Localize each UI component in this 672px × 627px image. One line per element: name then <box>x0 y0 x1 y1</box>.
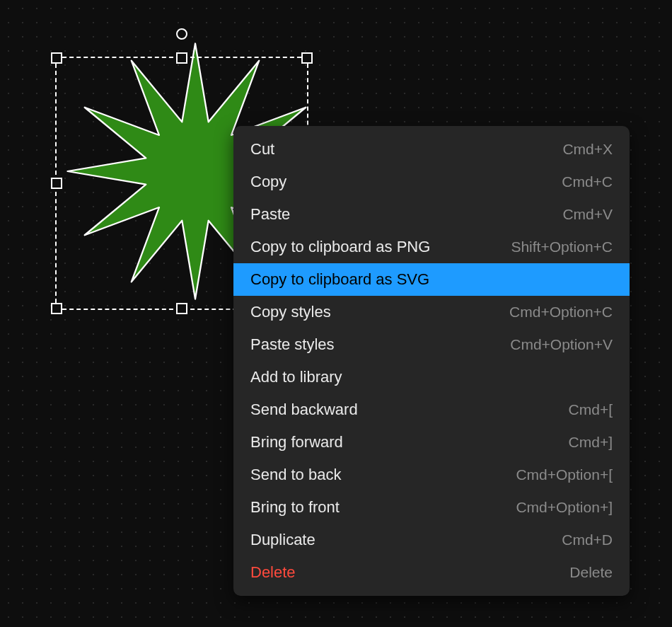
menu-item-label: Send to back <box>250 466 341 484</box>
menu-item-shortcut: Cmd+Option+] <box>516 499 613 516</box>
menu-item-label: Bring to front <box>250 498 340 517</box>
menu-item-shortcut: Cmd+D <box>562 531 613 548</box>
menu-item-duplicate[interactable]: DuplicateCmd+D <box>233 524 630 556</box>
menu-item-send-to-back[interactable]: Send to backCmd+Option+[ <box>233 459 630 491</box>
menu-item-shortcut: Cmd+Option+V <box>510 336 613 353</box>
context-menu: CutCmd+XCopyCmd+CPasteCmd+VCopy to clipb… <box>233 126 630 596</box>
menu-item-bring-to-front[interactable]: Bring to frontCmd+Option+] <box>233 491 630 524</box>
menu-item-bring-forward[interactable]: Bring forwardCmd+] <box>233 426 630 459</box>
menu-item-label: Delete <box>250 563 296 582</box>
menu-item-label: Paste <box>250 205 290 224</box>
menu-item-label: Send backward <box>250 401 358 419</box>
menu-item-shortcut: Cmd+C <box>562 173 613 190</box>
menu-item-label: Copy <box>250 173 286 191</box>
menu-item-shortcut: Cmd+[ <box>569 401 613 418</box>
menu-item-label: Copy styles <box>250 303 331 321</box>
menu-item-label: Copy to clipboard as PNG <box>250 238 430 256</box>
menu-item-copy-to-clipboard-as-png[interactable]: Copy to clipboard as PNGShift+Option+C <box>233 231 630 263</box>
menu-item-shortcut: Cmd+Option+[ <box>516 466 613 483</box>
menu-item-shortcut: Cmd+Option+C <box>509 304 613 321</box>
menu-item-copy[interactable]: CopyCmd+C <box>233 166 630 198</box>
menu-item-send-backward[interactable]: Send backwardCmd+[ <box>233 393 630 426</box>
menu-item-label: Add to library <box>250 368 342 386</box>
menu-item-shortcut: Cmd+] <box>569 434 613 451</box>
menu-item-shortcut: Delete <box>569 564 613 581</box>
menu-item-copy-to-clipboard-as-svg[interactable]: Copy to clipboard as SVG <box>233 263 630 296</box>
menu-item-label: Bring forward <box>250 433 343 451</box>
menu-item-label: Paste styles <box>250 335 335 354</box>
menu-item-cut[interactable]: CutCmd+X <box>233 133 630 166</box>
menu-item-delete[interactable]: DeleteDelete <box>233 556 630 589</box>
menu-item-add-to-library[interactable]: Add to library <box>233 361 630 393</box>
menu-item-copy-styles[interactable]: Copy stylesCmd+Option+C <box>233 296 630 328</box>
menu-item-paste[interactable]: PasteCmd+V <box>233 198 630 231</box>
menu-item-shortcut: Cmd+X <box>562 141 613 158</box>
menu-item-label: Copy to clipboard as SVG <box>250 270 429 289</box>
menu-item-label: Cut <box>250 140 274 159</box>
menu-item-shortcut: Cmd+V <box>562 206 613 223</box>
menu-item-label: Duplicate <box>250 531 315 549</box>
menu-item-paste-styles[interactable]: Paste stylesCmd+Option+V <box>233 328 630 361</box>
menu-item-shortcut: Shift+Option+C <box>511 238 613 255</box>
